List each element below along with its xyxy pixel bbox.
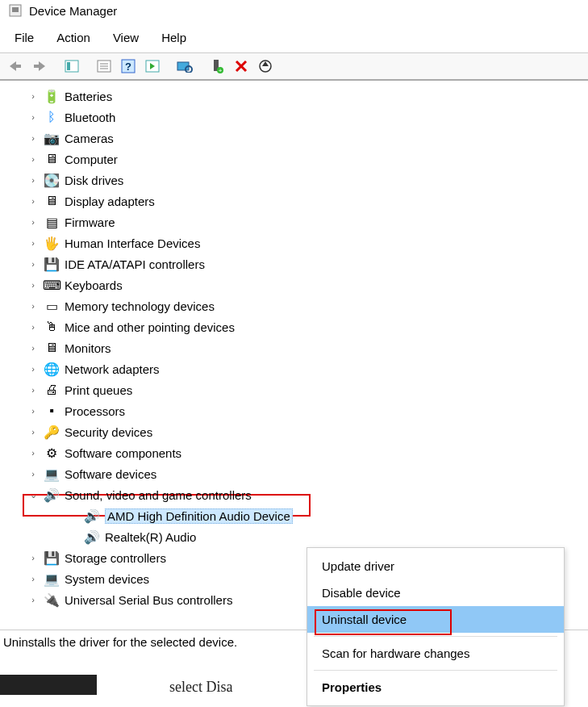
ctx-disable-device[interactable]: Disable device — [307, 579, 564, 606]
device-category[interactable]: ›🖥Computer — [0, 149, 588, 169]
device-item[interactable]: 🔊Realtek(R) Audio — [0, 526, 588, 547]
chevron-right-icon[interactable]: › — [27, 133, 39, 143]
device-label: Disk drives — [65, 174, 123, 187]
chevron-right-icon[interactable]: › — [27, 406, 39, 416]
device-label: Monitors — [65, 341, 111, 355]
device-label: Cameras — [65, 132, 114, 145]
device-icon: 💽 — [44, 172, 60, 188]
scan-hardware-button[interactable] — [174, 56, 195, 76]
device-label: Batteries — [65, 90, 112, 103]
device-label: Keyboards — [65, 278, 123, 292]
chevron-right-icon[interactable]: › — [27, 301, 39, 311]
device-category[interactable]: ›🔑Security devices — [0, 421, 588, 442]
chevron-right-icon[interactable]: › — [27, 364, 39, 374]
device-category[interactable]: ›🔋Batteries — [0, 86, 588, 107]
chevron-right-icon[interactable]: › — [27, 175, 39, 185]
chevron-right-icon[interactable]: › — [27, 196, 39, 206]
device-label: Mice and other pointing devices — [65, 320, 235, 334]
chevron-right-icon[interactable]: › — [27, 112, 39, 122]
device-category[interactable]: ›💽Disk drives — [0, 169, 588, 190]
ctx-uninstall-device[interactable]: Uninstall device — [307, 606, 564, 633]
update-driver-button[interactable] — [255, 56, 276, 76]
device-icon: 💻 — [44, 571, 60, 587]
device-item[interactable]: 🔊AMD High Definition Audio Device — [0, 505, 588, 526]
device-category[interactable]: ›▭Memory technology devices — [0, 295, 588, 316]
svg-rect-7 — [67, 62, 70, 70]
ctx-scan-hardware[interactable]: Scan for hardware changes — [307, 640, 564, 667]
chevron-right-icon[interactable]: › — [27, 574, 39, 584]
device-category[interactable]: ›🖐Human Interface Devices — [0, 232, 588, 253]
action-props-button[interactable] — [142, 56, 163, 76]
device-icon: 🌐 — [44, 361, 60, 377]
chevron-right-icon[interactable]: › — [27, 385, 39, 395]
chevron-right-icon[interactable]: › — [27, 238, 39, 248]
device-label: Sound, video and game controllers — [65, 488, 252, 502]
device-category[interactable]: ›💻Software devices — [0, 463, 588, 484]
chevron-right-icon[interactable]: › — [27, 427, 39, 437]
device-label: Processors — [65, 404, 125, 418]
device-icon: 🖥 — [44, 151, 60, 167]
device-label: Human Interface Devices — [65, 236, 200, 250]
device-icon: ▪ — [44, 403, 60, 419]
ctx-properties[interactable]: Properties — [307, 674, 564, 701]
device-category[interactable]: ›▪Processors — [0, 400, 588, 421]
device-icon: 🔋 — [44, 88, 60, 104]
toolbar: ? + — [0, 52, 588, 81]
device-category[interactable]: ›🖥Display adapters — [0, 190, 588, 211]
device-icon: ▤ — [44, 214, 60, 230]
chevron-right-icon[interactable]: › — [27, 322, 39, 332]
forward-button[interactable] — [29, 56, 50, 76]
chevron-right-icon[interactable]: › — [27, 343, 39, 353]
device-icon: 🔌 — [44, 592, 60, 608]
device-label: Display adapters — [65, 195, 155, 208]
chevron-right-icon[interactable]: › — [27, 91, 39, 101]
device-label: System devices — [65, 572, 149, 586]
menu-view[interactable]: View — [102, 27, 150, 48]
device-icon: 🔊 — [84, 508, 100, 524]
device-category[interactable]: ›🌐Network adapters — [0, 358, 588, 379]
menu-help[interactable]: Help — [150, 27, 198, 48]
device-category[interactable]: ⌄🔊Sound, video and game controllers — [0, 484, 588, 505]
chevron-right-icon[interactable]: › — [27, 595, 39, 605]
add-legacy-button[interactable]: + — [206, 56, 227, 76]
device-category[interactable]: ›🖨Print queues — [0, 379, 588, 400]
menu-file[interactable]: File — [3, 27, 45, 48]
device-label: Memory technology devices — [65, 299, 215, 313]
chevron-right-icon[interactable]: › — [27, 469, 39, 479]
chevron-right-icon[interactable]: › — [27, 217, 39, 227]
device-category[interactable]: ›💾IDE ATA/ATAPI controllers — [0, 253, 588, 274]
properties-button[interactable] — [94, 56, 115, 76]
device-category[interactable]: ›▤Firmware — [0, 211, 588, 232]
device-category[interactable]: ›ᛒBluetooth — [0, 107, 588, 128]
uninstall-button[interactable] — [231, 56, 252, 76]
device-icon: ⌨ — [44, 277, 60, 293]
chevron-right-icon[interactable]: › — [27, 154, 39, 164]
chevron-right-icon[interactable]: › — [27, 553, 39, 563]
chevron-right-icon[interactable]: › — [27, 448, 39, 458]
show-hide-console-tree-button[interactable] — [61, 56, 82, 76]
device-label: Firmware — [65, 215, 115, 229]
device-category[interactable]: ›⚙Software components — [0, 442, 588, 463]
chevron-right-icon[interactable]: › — [27, 259, 39, 269]
ctx-separator — [314, 670, 557, 671]
device-category[interactable]: ›📷Cameras — [0, 128, 588, 149]
context-menu: Update driver Disable device Uninstall d… — [307, 547, 565, 706]
svg-marker-2 — [10, 61, 16, 71]
device-icon: ᛒ — [44, 109, 60, 125]
device-label: Realtek(R) Audio — [105, 530, 196, 544]
device-category[interactable]: ›🖱Mice and other pointing devices — [0, 316, 588, 337]
help-button[interactable]: ? — [118, 56, 139, 76]
svg-rect-3 — [16, 65, 21, 68]
ctx-update-driver[interactable]: Update driver — [307, 553, 564, 579]
back-button[interactable] — [5, 56, 26, 76]
device-category[interactable]: ›🖥Monitors — [0, 337, 588, 358]
device-label: Bluetooth — [65, 111, 115, 124]
device-label: Software devices — [65, 467, 156, 481]
chevron-down-icon[interactable]: ⌄ — [27, 490, 39, 500]
menu-action[interactable]: Action — [45, 27, 102, 48]
chevron-right-icon[interactable]: › — [27, 280, 39, 290]
device-icon: 🔑 — [44, 424, 60, 440]
device-icon: 🔊 — [84, 529, 100, 545]
device-label: Universal Serial Bus controllers — [65, 593, 232, 607]
device-category[interactable]: ›⌨Keyboards — [0, 274, 588, 295]
